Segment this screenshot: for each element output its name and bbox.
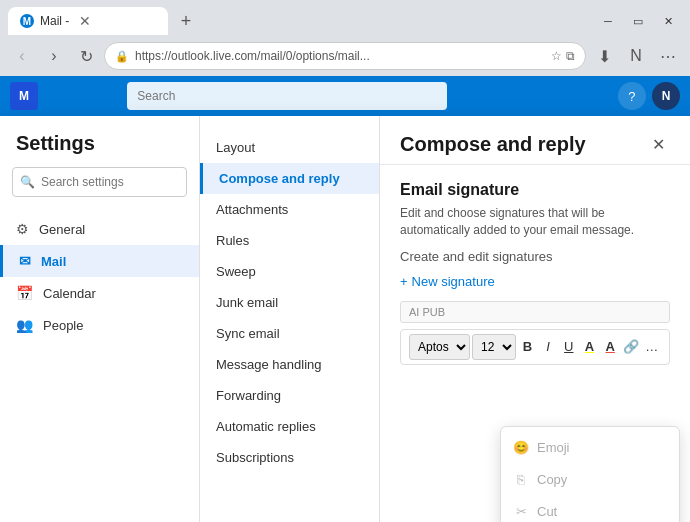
calendar-icon: 📅 <box>16 285 33 301</box>
back-button[interactable]: ‹ <box>8 42 36 70</box>
sidebar-item-people[interactable]: 👥 People <box>0 309 199 341</box>
font-family-select[interactable]: Aptos <box>409 334 470 360</box>
outlook-logo: M <box>10 82 38 110</box>
create-signatures-link: Create and edit signatures <box>400 249 670 264</box>
new-signature-label: New signature <box>412 274 495 289</box>
sidebar-item-people-label: People <box>43 318 83 333</box>
middle-item-subscriptions[interactable]: Subscriptions <box>200 442 379 473</box>
settings-right-panel: Compose and reply ✕ Email signature Edit… <box>380 116 690 522</box>
emoji-label: Emoji <box>537 440 570 455</box>
minimize-button[interactable]: ─ <box>594 11 622 31</box>
context-menu: 😊 Emoji ⎘ Copy ✂ Cut 📋 Paste 📄 Paste as … <box>500 426 680 522</box>
new-signature-button[interactable]: + New signature <box>400 274 670 289</box>
context-menu-emoji[interactable]: 😊 Emoji <box>501 431 679 463</box>
outlook-top-bar: M ? N <box>0 76 690 116</box>
help-button[interactable]: ? <box>618 82 646 110</box>
active-tab[interactable]: M Mail - ✕ <box>8 7 168 35</box>
middle-item-message[interactable]: Message handling <box>200 349 379 380</box>
right-panel-title: Compose and reply <box>400 133 586 156</box>
profile-button[interactable]: N <box>622 42 650 70</box>
settings-overlay: Settings 🔍 ⚙ General ✉ Mail 📅 Calendar 👥… <box>0 116 690 522</box>
settings-sidebar: Settings 🔍 ⚙ General ✉ Mail 📅 Calendar 👥… <box>0 116 200 522</box>
highlight-button[interactable]: A <box>580 335 599 359</box>
settings-right-content: Email signature Edit and choose signatur… <box>380 165 690 389</box>
sidebar-item-general[interactable]: ⚙ General <box>0 213 199 245</box>
link-button[interactable]: 🔗 <box>622 335 641 359</box>
address-bar[interactable]: 🔒 https://outlook.live.com/mail/0/option… <box>104 42 586 70</box>
mail-icon: ✉ <box>19 253 31 269</box>
middle-item-auto-replies[interactable]: Automatic replies <box>200 411 379 442</box>
font-size-select[interactable]: 12 <box>472 334 516 360</box>
middle-item-attachments[interactable]: Attachments <box>200 194 379 225</box>
address-icons: ☆ ⧉ <box>551 49 575 63</box>
outlook-actions: ? N <box>618 82 680 110</box>
font-color-button[interactable]: A <box>601 335 620 359</box>
tab-favicon: M <box>20 14 34 28</box>
people-icon: 👥 <box>16 317 33 333</box>
editor-toolbar: Aptos 12 B I U A A 🔗 … <box>400 329 670 365</box>
settings-title: Settings <box>0 132 199 167</box>
email-signature-title: Email signature <box>400 181 670 199</box>
middle-item-rules[interactable]: Rules <box>200 225 379 256</box>
refresh-button[interactable]: ↻ <box>72 42 100 70</box>
close-panel-button[interactable]: ✕ <box>646 132 670 156</box>
user-avatar[interactable]: N <box>652 82 680 110</box>
context-menu-cut[interactable]: ✂ Cut <box>501 495 679 522</box>
sidebar-item-calendar-label: Calendar <box>43 286 96 301</box>
search-icon: 🔍 <box>20 175 35 189</box>
bold-button[interactable]: B <box>518 335 537 359</box>
middle-item-sweep[interactable]: Sweep <box>200 256 379 287</box>
tab-close-button[interactable]: ✕ <box>79 13 91 29</box>
middle-item-layout[interactable]: Layout <box>200 132 379 163</box>
search-settings-box: 🔍 <box>12 167 187 197</box>
middle-item-compose[interactable]: Compose and reply <box>200 163 379 194</box>
forward-button[interactable]: › <box>40 42 68 70</box>
general-icon: ⚙ <box>16 221 29 237</box>
middle-item-junk[interactable]: Junk email <box>200 287 379 318</box>
context-menu-copy[interactable]: ⎘ Copy <box>501 463 679 495</box>
emoji-icon: 😊 <box>513 439 529 455</box>
middle-item-forwarding[interactable]: Forwarding <box>200 380 379 411</box>
plus-icon: + <box>400 274 408 289</box>
extensions-button[interactable]: ⋯ <box>654 42 682 70</box>
sidebar-item-mail-label: Mail <box>41 254 66 269</box>
sidebar-item-general-label: General <box>39 222 85 237</box>
middle-item-sync[interactable]: Sync email <box>200 318 379 349</box>
downloads-button[interactable]: ⬇ <box>590 42 618 70</box>
underline-button[interactable]: U <box>559 335 578 359</box>
window-controls: ─ ▭ ✕ <box>594 11 682 31</box>
email-signature-desc: Edit and choose signatures that will be … <box>400 205 670 239</box>
italic-button[interactable]: I <box>539 335 558 359</box>
sidebar-item-calendar[interactable]: 📅 Calendar <box>0 277 199 309</box>
settings-right-header: Compose and reply ✕ <box>380 116 690 165</box>
browser-chrome: M Mail - ✕ + ─ ▭ ✕ ‹ › ↻ 🔒 https://outlo… <box>0 0 690 76</box>
copy-label: Copy <box>537 472 567 487</box>
new-tab-button[interactable]: + <box>172 7 200 35</box>
signature-name-bar: AI PUB <box>400 301 670 323</box>
more-button[interactable]: … <box>642 335 661 359</box>
tab-bar: M Mail - ✕ + ─ ▭ ✕ <box>0 0 690 36</box>
outlook-search-input[interactable] <box>127 82 447 110</box>
cut-label: Cut <box>537 504 557 519</box>
tab-title: Mail - <box>40 14 69 28</box>
cut-icon: ✂ <box>513 503 529 519</box>
address-bar-row: ‹ › ↻ 🔒 https://outlook.live.com/mail/0/… <box>0 36 690 76</box>
copy-icon: ⎘ <box>513 471 529 487</box>
sidebar-item-mail[interactable]: ✉ Mail <box>0 245 199 277</box>
outlook-search[interactable] <box>127 82 447 110</box>
maximize-button[interactable]: ▭ <box>624 11 652 31</box>
settings-middle: Layout Compose and reply Attachments Rul… <box>200 116 380 522</box>
window-close-button[interactable]: ✕ <box>654 11 682 31</box>
search-settings-input[interactable] <box>12 167 187 197</box>
address-text: https://outlook.live.com/mail/0/options/… <box>135 49 545 63</box>
